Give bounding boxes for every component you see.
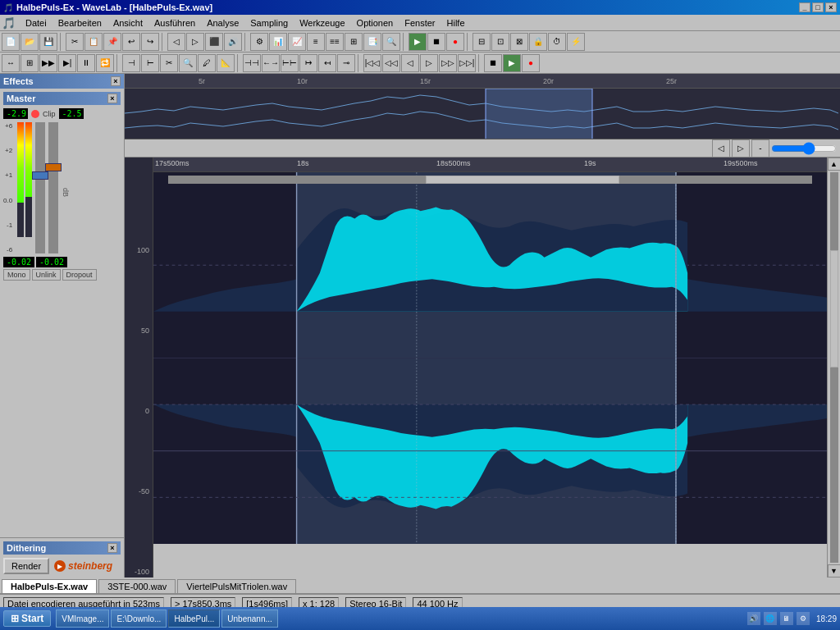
tb-btn-5[interactable]: ⚙: [250, 33, 268, 51]
record-button[interactable]: ●: [446, 33, 464, 51]
minimize-button[interactable]: _: [799, 2, 810, 12]
steinberg-play-icon: ▶: [54, 560, 66, 572]
tb2-btn-24[interactable]: ▷▷|: [458, 54, 476, 72]
tb-btn-6[interactable]: 📊: [269, 33, 287, 51]
effects-close-button[interactable]: ×: [111, 76, 121, 86]
tb2-btn-20[interactable]: ◁◁: [382, 54, 400, 72]
tab-0[interactable]: HalbePuls-Ex.wav: [2, 579, 97, 593]
tb2-btn-22[interactable]: ▷: [420, 54, 438, 72]
tb2-play-button[interactable]: ▶: [503, 54, 521, 72]
tb2-btn-17[interactable]: ↤: [318, 54, 336, 72]
tb-btn-7[interactable]: 📈: [288, 33, 306, 51]
start-button[interactable]: ⊞ Start: [3, 610, 51, 627]
window-controls[interactable]: _ □ ×: [799, 2, 837, 12]
left-fader-knob[interactable]: [32, 171, 48, 180]
vscroll-thumb[interactable]: [830, 250, 838, 368]
tb-btn-10[interactable]: ⊞: [345, 33, 363, 51]
tb-btn-15[interactable]: ⊠: [510, 33, 528, 51]
redo-button[interactable]: ↪: [141, 33, 159, 51]
dropout-button[interactable]: Dropout: [62, 269, 97, 281]
maximize-button[interactable]: □: [812, 2, 824, 12]
play-button[interactable]: ▶: [409, 33, 427, 51]
right-fader-knob[interactable]: [45, 163, 62, 171]
tb-btn-8[interactable]: ≡: [307, 33, 325, 51]
tb2-btn-1[interactable]: ↔: [2, 54, 20, 72]
tb2-btn-9[interactable]: ✂: [160, 54, 178, 72]
menu-werkzeuge[interactable]: Werkzeuge: [294, 16, 349, 30]
mono-button[interactable]: Mono: [3, 269, 30, 281]
tb-btn-12[interactable]: 🔍: [382, 33, 400, 51]
tb2-btn-2[interactable]: ⊞: [21, 54, 39, 72]
tb2-btn-5[interactable]: ⏸: [77, 54, 95, 72]
close-button[interactable]: ×: [825, 2, 837, 12]
menu-datei[interactable]: Datei: [21, 16, 52, 30]
undo-button[interactable]: ↩: [122, 33, 140, 51]
tb-btn-3[interactable]: ⬛: [205, 33, 223, 51]
new-button[interactable]: 📄: [2, 33, 20, 51]
zoom-out-button[interactable]: -: [751, 139, 769, 158]
render-button[interactable]: Render: [3, 558, 49, 574]
menu-bearbeiten[interactable]: Bearbeiten: [53, 16, 107, 30]
overview-area: 5r 10r 15r 20r 25r: [125, 74, 840, 139]
tab-2[interactable]: ViertelPulsMitTriolen.wav: [177, 579, 296, 593]
tb2-btn-4[interactable]: ▶|: [58, 54, 76, 72]
tb2-btn-11[interactable]: 🖊: [198, 54, 216, 72]
tb2-btn-13[interactable]: ⊣⊣: [243, 54, 261, 72]
menu-ansicht[interactable]: Ansicht: [108, 16, 148, 30]
tb2-btn-6[interactable]: 🔁: [96, 54, 114, 72]
tb-btn-4[interactable]: 🔊: [224, 33, 242, 51]
tb2-btn-19[interactable]: |◁◁: [363, 54, 381, 72]
next-button[interactable]: ▷: [732, 139, 750, 158]
copy-button[interactable]: 📋: [84, 33, 103, 51]
stop-button[interactable]: ⏹: [427, 33, 445, 51]
tb2-btn-7[interactable]: ⊣: [122, 54, 140, 72]
tb-btn-9[interactable]: ≡≡: [326, 33, 344, 51]
menu-hilfe[interactable]: Hilfe: [442, 16, 470, 30]
menu-optionen[interactable]: Optionen: [352, 16, 399, 30]
cut-button[interactable]: ✂: [66, 33, 84, 51]
tb-btn-1[interactable]: ◁: [167, 33, 185, 51]
menu-fenster[interactable]: Fenster: [399, 16, 440, 30]
prev-button[interactable]: ◁: [712, 139, 730, 158]
tb-btn-13[interactable]: ⊟: [472, 33, 491, 51]
tb2-btn-16[interactable]: ↦: [299, 54, 317, 72]
tb-btn-18[interactable]: ⚡: [567, 33, 585, 51]
tb-btn-11[interactable]: 📑: [363, 33, 381, 51]
dithering-header: Dithering ×: [3, 541, 121, 555]
tb2-btn-21[interactable]: ◁: [401, 54, 419, 72]
master-close-button[interactable]: ×: [107, 94, 117, 103]
save-button[interactable]: 💾: [39, 33, 57, 51]
menu-analyse[interactable]: Analyse: [202, 16, 244, 30]
taskbar-app-3[interactable]: Unbenann...: [221, 609, 278, 628]
unlink-button[interactable]: Unlink: [32, 269, 61, 281]
dithering-close-button[interactable]: ×: [107, 543, 117, 553]
tb2-stop-button[interactable]: ⏹: [484, 54, 502, 72]
paste-button[interactable]: 📌: [103, 33, 121, 51]
tb-btn-14[interactable]: ⊡: [491, 33, 509, 51]
tb2-record-button[interactable]: ●: [522, 54, 540, 72]
tb2-btn-3[interactable]: ▶▶: [39, 54, 57, 72]
tb2-btn-18[interactable]: ⊸: [337, 54, 355, 72]
menu-ausfuehren[interactable]: Ausführen: [149, 16, 200, 30]
tb2-btn-15[interactable]: ⊢⊢: [281, 54, 299, 72]
menu-sampling[interactable]: Sampling: [245, 16, 293, 30]
vscroll-down-button[interactable]: ▼: [828, 564, 841, 578]
tb-btn-16[interactable]: 🔒: [529, 33, 547, 51]
taskbar-app-1[interactable]: E:\Downlo...: [111, 609, 167, 628]
db-mark-p2: +2: [5, 147, 12, 154]
tb2-btn-12[interactable]: 📐: [217, 54, 235, 72]
scroll-thumb[interactable]: [426, 176, 619, 184]
tab-1[interactable]: 3STE-000.wav: [98, 579, 176, 593]
zoom-slider[interactable]: [771, 142, 837, 155]
taskbar-app-2[interactable]: HalbePul...: [168, 609, 220, 628]
master-label: Master: [7, 94, 35, 103]
tb-btn-17[interactable]: ⏱: [548, 33, 566, 51]
tb2-btn-8[interactable]: ⊢: [141, 54, 159, 72]
taskbar-app-0[interactable]: VMImage...: [56, 609, 109, 628]
tb2-btn-10[interactable]: 🔍: [179, 54, 197, 72]
tb-btn-2[interactable]: ▷: [186, 33, 204, 51]
tb2-btn-14[interactable]: ←→: [262, 54, 280, 72]
tb2-btn-23[interactable]: ▷▷: [439, 54, 457, 72]
open-button[interactable]: 📂: [21, 33, 39, 51]
vscroll-up-button[interactable]: ▲: [828, 158, 841, 171]
